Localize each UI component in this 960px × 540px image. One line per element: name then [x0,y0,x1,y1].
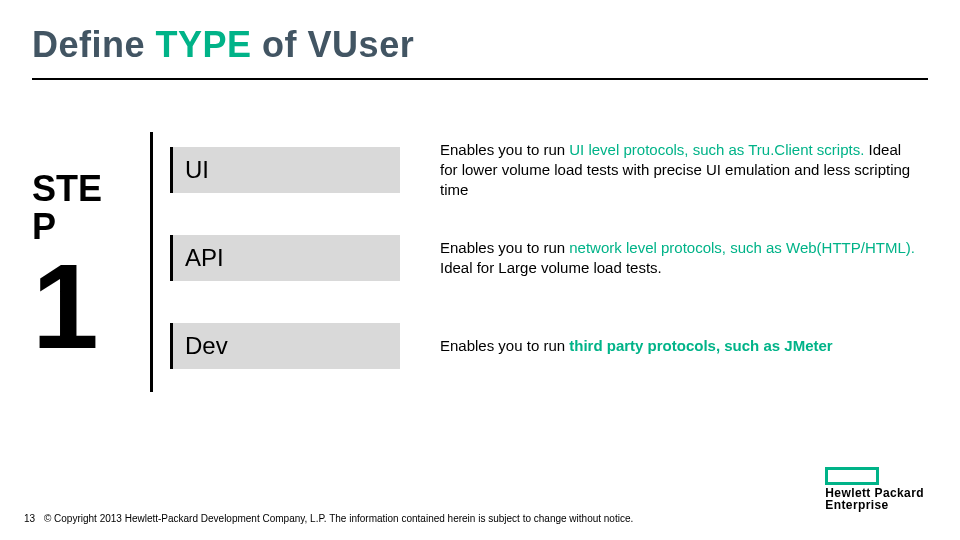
desc-api: Enables you to run network level protoco… [440,238,920,279]
vuser-type-row-dev: Dev Enables you to run third party proto… [170,316,920,376]
title-word-4: VUser [308,24,415,65]
desc-ui: Enables you to run UI level protocols, s… [440,140,920,201]
step-label: STE P [32,170,132,246]
logo-line2: Enterprise [825,498,888,512]
step-label-line1: STE [32,168,102,209]
title-bar: Define TYPE of VUser [32,24,928,80]
badge-api: API [170,235,400,281]
step-column: STE P 1 [32,170,132,360]
desc-ui-pre: Enables you to run [440,141,569,158]
badge-ui: UI [170,147,400,193]
desc-ui-accent: UI level protocols, such as Tru.Client s… [569,141,864,158]
vuser-type-row-ui: UI Enables you to run UI level protocols… [170,140,920,200]
hpe-logo: Hewlett Packard Enterprise [825,467,924,512]
slide-title: Define TYPE of VUser [32,24,928,72]
vertical-divider [150,132,153,392]
desc-api-pre: Enables you to run [440,239,569,256]
slide: Define TYPE of VUser STE P 1 UI Enables … [0,0,960,540]
desc-dev-pre: Enables you to run [440,337,569,354]
badge-dev: Dev [170,323,400,369]
copyright: © Copyright 2013 Hewlett-Packard Develop… [44,513,633,524]
step-number: 1 [32,252,132,360]
badge-label: UI [185,156,209,184]
title-word-1: Define [32,24,145,65]
desc-api-accent: network level protocols, such as Web(HTT… [569,239,915,256]
vuser-type-row-api: API Enables you to run network level pro… [170,228,920,288]
page-number: 13 [24,513,35,524]
badge-label: API [185,244,224,272]
title-word-2: TYPE [156,24,252,65]
footer: 13 © Copyright 2013 Hewlett-Packard Deve… [24,513,633,524]
desc-dev: Enables you to run third party protocols… [440,336,920,356]
hpe-logo-text: Hewlett Packard Enterprise [825,487,924,512]
hpe-logo-mark [825,467,879,485]
badge-label: Dev [185,332,228,360]
desc-api-post: Ideal for Large volume load tests. [440,259,662,276]
title-word-3: of [262,24,297,65]
desc-dev-accent: third party protocols, such as JMeter [569,337,832,354]
